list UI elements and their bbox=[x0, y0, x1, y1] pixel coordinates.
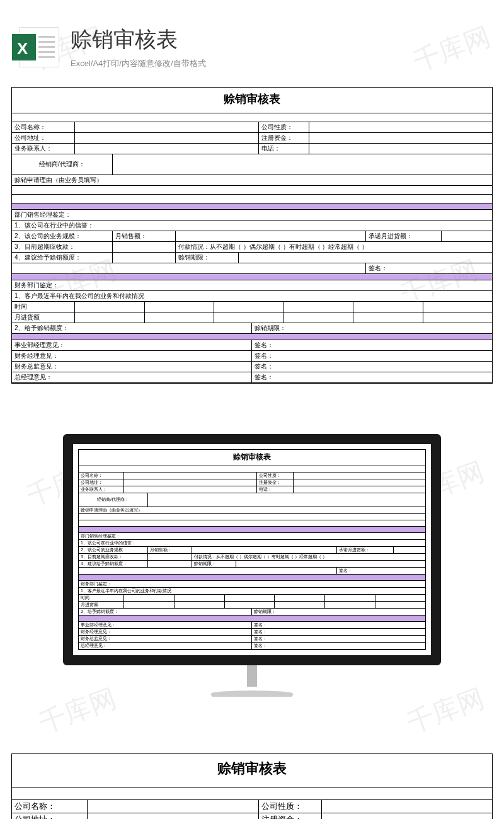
label-company-addr: 公司地址： bbox=[12, 133, 75, 143]
label-phone: 电话： bbox=[259, 144, 309, 154]
question-2: 2、该公司的业务规模： bbox=[12, 231, 113, 241]
label-promise: 承诺月进货额： bbox=[366, 231, 442, 241]
label-finance-dept: 财务部门鉴定： bbox=[12, 280, 492, 290]
label-fin-dir: 财务总监意见： bbox=[12, 362, 252, 372]
label-contact: 业务联系人： bbox=[12, 144, 75, 154]
label-reason: 赊销申请理由（由业务员填写） bbox=[12, 175, 492, 185]
section-divider bbox=[12, 203, 492, 210]
template-title: 赊销审核表 bbox=[71, 25, 206, 54]
label-signature: 签名： bbox=[252, 351, 492, 361]
cropped-preview: 赊销审核表 公司名称： 公司性质： 公司地址： 注册资金： 业务联系人： 电话： bbox=[0, 735, 504, 819]
label-monthly-sales: 月销售额： bbox=[113, 231, 176, 241]
label-monthly-goods: 月进货额 bbox=[12, 312, 75, 323]
label-gm: 总经理意见： bbox=[12, 372, 252, 382]
label-fin-mgr: 财务经理意见： bbox=[12, 351, 252, 361]
label-company-name: 公司名称： bbox=[12, 122, 75, 132]
spreadsheet-preview: 赊销审核表 公司名称： 公司性质： 公司地址： 注册资金： 业务联系人： 电话：… bbox=[11, 87, 493, 384]
label-company-nature: 公司性质： bbox=[259, 122, 309, 132]
label-signature: 签名： bbox=[252, 340, 492, 350]
question-4: 4、建议给予赊销额度： bbox=[12, 253, 113, 263]
template-subtitle: Excel/A4打印/内容随意修改/自带格式 bbox=[71, 58, 206, 69]
label-signature: 签名： bbox=[366, 263, 492, 273]
label-dealer: 经销商/代理商： bbox=[12, 154, 113, 175]
label-reg-capital: 注册资金： bbox=[259, 133, 309, 143]
finance-q1: 1、客户最近半年内在我公司的业务和付款情况 bbox=[12, 291, 492, 301]
section-divider bbox=[12, 274, 492, 280]
label-credit-period2: 赊销期限： bbox=[252, 323, 492, 333]
template-preview-page: 千库网 千库网 千库网 千库网 千库网 千库网 千库网 千库网 赊销审核表 Ex… bbox=[0, 0, 504, 819]
section-divider bbox=[12, 334, 492, 340]
question-3: 3、目前超期应收款： bbox=[12, 242, 113, 252]
monitor-mockup: 赊销审核表 公司名称：公司性质： 公司地址：注册资金： 业务联系人：电话： 经销… bbox=[0, 403, 504, 716]
label-pay-status: 付款情况：从不超期（ ）偶尔超期（ ）有时超期（ ）经常超期（ ） bbox=[176, 242, 492, 252]
finance-q2: 2、给予赊销额度： bbox=[12, 323, 252, 333]
monitor-stand bbox=[227, 665, 277, 697]
label-dept-mgr: 部门销售经理鉴定： bbox=[12, 210, 492, 220]
label-biz-mgr: 事业部经理意见： bbox=[12, 340, 252, 350]
label-time: 时间 bbox=[12, 302, 75, 312]
label-credit-period: 赊销期限： bbox=[176, 253, 239, 263]
form-title: 赊销审核表 bbox=[12, 88, 492, 113]
question-1: 1、该公司在行业中的信誉： bbox=[12, 220, 492, 231]
page-header: 赊销审核表 Excel/A4打印/内容随意修改/自带格式 bbox=[0, 0, 504, 81]
label-signature: 签名： bbox=[252, 372, 492, 382]
spreadsheet-in-monitor: 赊销审核表 公司名称：公司性质： 公司地址：注册资金： 业务联系人：电话： 经销… bbox=[78, 449, 426, 650]
label-signature: 签名： bbox=[252, 362, 492, 372]
excel-file-icon bbox=[19, 27, 59, 67]
